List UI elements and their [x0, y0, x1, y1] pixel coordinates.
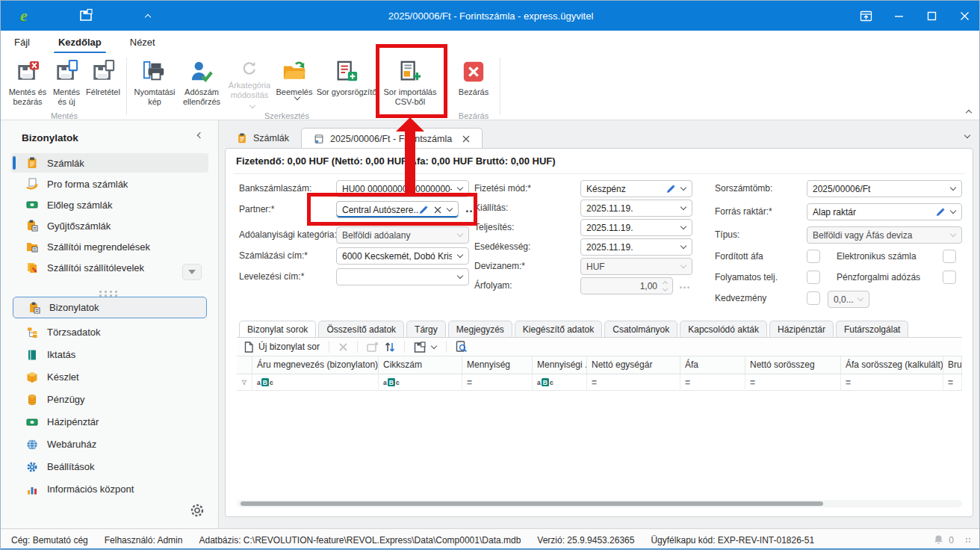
number-series-dropdown[interactable]: 2025/00006/Ft [807, 180, 962, 197]
splitter-grip-icon[interactable] [99, 291, 119, 297]
tab-nezet[interactable]: Nézet [128, 32, 157, 52]
print-preview-button[interactable]: Nyomtatási kép [131, 55, 178, 110]
tab-megjegyzes[interactable]: Megjegyzés [448, 321, 512, 338]
sidebar-collapse-icon[interactable] [197, 132, 203, 138]
import-lift-button[interactable]: Beemelés [273, 55, 315, 110]
scrollbar-thumb[interactable] [241, 501, 823, 506]
save-close-button[interactable]: Mentés és bezárás [7, 55, 49, 110]
issue-date-picker[interactable]: 2025.11.19. [580, 200, 692, 217]
module-penzugy[interactable]: Pénzügy [11, 389, 208, 410]
preview-magnifier-icon [456, 341, 467, 353]
filter-cell[interactable]: = [462, 374, 533, 391]
close-window-button[interactable] [948, 1, 980, 31]
column-header[interactable]: Brut... [943, 356, 962, 374]
filter-cell[interactable]: aBc [379, 374, 462, 391]
tab-csatolmanyok[interactable]: Csatolmányok [604, 321, 677, 338]
doc-tab-szamlak[interactable]: Számlák [225, 128, 301, 149]
save-new-button[interactable]: Mentés és új [49, 55, 84, 110]
pencil-edit-icon[interactable] [666, 185, 675, 194]
filter-cell[interactable]: = [745, 374, 841, 391]
filter-cell[interactable]: = [841, 374, 943, 391]
module-hazipenztar[interactable]: Házipénztár [11, 412, 208, 432]
tax-number-check-button[interactable]: Adószám ellenőrzés [178, 55, 226, 110]
discount-checkbox[interactable] [807, 291, 820, 305]
module-iktatas[interactable]: Iktatás [11, 344, 208, 365]
module-informacios-kozpont[interactable]: Információs központ [11, 479, 208, 499]
sidebar-item-szamlak[interactable]: Számlák [11, 153, 208, 173]
filter-cell[interactable]: = [680, 374, 745, 391]
tab-kezdolap[interactable]: Kezdőlap [57, 32, 103, 52]
payment-method-dropdown[interactable]: Készpénz [580, 180, 692, 197]
pencil-edit-icon[interactable] [936, 208, 945, 217]
sidebar-item-szallitoi-megrendelesek[interactable]: Szállítói megrendelések [11, 237, 208, 256]
quick-row-entry-button[interactable]: Sor gyorsrögzítő [315, 55, 378, 110]
new-row-button[interactable]: Új bizonylat sor [241, 342, 323, 353]
tab-list-chevron-icon[interactable] [964, 132, 970, 138]
bell-icon[interactable] [933, 534, 944, 546]
partner-dropdown[interactable]: Central Autószere... [336, 201, 459, 218]
detail-tabs: Bizonylat sorok Összesítő adatok Tárgy M… [239, 320, 911, 338]
column-header[interactable]: Mennyiségi ... [533, 356, 587, 374]
equals-filter-icon: = [750, 377, 755, 388]
tab-kiegeszito-adatok[interactable]: Kiegészítő adatok [515, 321, 602, 338]
electronic-invoice-checkbox[interactable] [943, 250, 956, 263]
mailing-address-dropdown[interactable] [336, 268, 469, 285]
column-header[interactable]: Cikkszám [379, 356, 462, 374]
filter-cell[interactable]: aBc [252, 374, 379, 391]
filter-cell[interactable]: = [943, 374, 962, 391]
doc-tab-forintszamla[interactable]: 2025/00006/Ft - Forintszámla [301, 128, 483, 149]
tab-bizonylat-sorok[interactable]: Bizonylat sorok [239, 321, 316, 338]
pencil-edit-icon[interactable] [419, 206, 428, 214]
close-tab-icon[interactable] [462, 135, 470, 143]
close-document-button[interactable]: Bezárás [452, 55, 495, 110]
cash-accounting-checkbox[interactable] [943, 271, 956, 284]
tab-futarszolgalat[interactable]: Futárszolgálat [836, 321, 908, 338]
column-header[interactable]: Nettó egységár [587, 356, 680, 374]
module-bizonylatok[interactable]: Bizonylatok [13, 297, 207, 318]
preview-row-button[interactable] [453, 341, 470, 353]
column-header[interactable]: Nettó sorösszeg [745, 356, 841, 374]
clear-partner-icon[interactable] [434, 206, 441, 214]
sidebar-item-eloleg[interactable]: Előleg számlák [11, 195, 208, 214]
filter-cell[interactable] [237, 374, 252, 391]
module-keszlet[interactable]: Készlet [11, 367, 208, 387]
tab-osszesito-adatok[interactable]: Összesítő adatok [318, 321, 404, 338]
filter-cell[interactable]: aBc [533, 374, 587, 391]
tab-hazipenztar[interactable]: Házipénztár [769, 321, 834, 338]
reverse-vat-checkbox[interactable] [807, 250, 820, 263]
column-header[interactable]: Áru megnevezés (bizonylaton) [252, 356, 379, 374]
hold-button[interactable]: Félretétel [84, 55, 122, 110]
column-header[interactable]: Áfa [680, 356, 745, 374]
close-red-icon [462, 60, 486, 84]
row-import-csv-button[interactable]: Sor importálás CSV-ből [378, 55, 442, 110]
sidebar-overflow-button[interactable] [182, 264, 202, 280]
sidebar-settings-gear-icon[interactable] [190, 503, 205, 518]
sidebar-item-szallitoi-szallitolevelek[interactable]: Szállítói szállítólevelek [11, 258, 208, 277]
module-beallitasok[interactable]: Beállítások [11, 457, 208, 477]
fulfillment-date-picker[interactable]: 2025.11.19. [580, 219, 692, 236]
column-header[interactable]: Áfa sorösszeg (kalkulált) [841, 356, 943, 374]
source-warehouse-dropdown[interactable]: Alap raktár [807, 203, 962, 220]
sidebar-item-gyujto[interactable]: Gyűjtőszámlák [11, 216, 208, 235]
window-title: 2025/00006/Ft - Forintszámla - express.ü… [1, 10, 980, 22]
resize-grip-icon[interactable] [966, 538, 970, 543]
due-date-picker[interactable]: 2025.11.19. [580, 238, 692, 256]
tab-kapcsolodo-aktak[interactable]: Kapcsolódó akták [680, 321, 767, 338]
ribbon-display-options-button[interactable] [849, 1, 882, 31]
filter-cell[interactable]: = [587, 374, 680, 391]
bank-account-dropdown[interactable]: HU00 00000000-00000000-00... [336, 180, 469, 197]
grid-layout-button[interactable] [411, 342, 440, 353]
column-header[interactable]: Mennyiség [462, 356, 533, 374]
horizontal-scrollbar[interactable] [237, 500, 962, 507]
tab-targy[interactable]: Tárgy [406, 321, 446, 338]
collapse-ribbon-icon[interactable] [966, 110, 972, 116]
continuous-fulfillment-checkbox[interactable] [807, 271, 820, 284]
billing-address-dropdown[interactable]: 6000 Kecskemét, Dobó Kriszti... [336, 247, 469, 265]
module-webaruhaz[interactable]: Webáruház [11, 434, 208, 454]
sort-rows-button[interactable] [382, 342, 398, 353]
minimize-button[interactable] [882, 1, 915, 31]
maximize-button[interactable] [915, 1, 948, 31]
sidebar-item-proforma[interactable]: Pro forma számlák [11, 174, 208, 194]
tab-fajl[interactable]: Fájl [13, 32, 31, 52]
module-torzsadatok[interactable]: Törzsadatok [11, 322, 208, 342]
